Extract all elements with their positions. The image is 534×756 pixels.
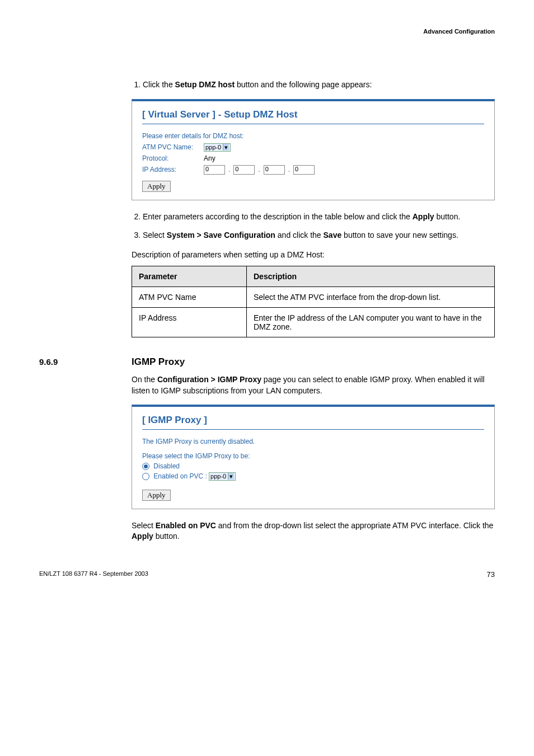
closing-c: and from the drop-down list select the a…: [216, 521, 493, 530]
step3-d: Save: [324, 231, 342, 240]
igmp-apply-button[interactable]: Apply: [142, 490, 171, 501]
igmp-title: [ IGMP Proxy ]: [142, 415, 484, 430]
step2-pre: Enter parameters according to the descri…: [143, 212, 413, 221]
chevron-down-icon: ▾: [223, 144, 229, 151]
igmp-pvc-value: ppp-0: [210, 473, 226, 480]
th-description: Description: [247, 266, 495, 287]
radio-disabled[interactable]: [142, 463, 149, 470]
ip-octet-1[interactable]: 0: [204, 165, 225, 175]
cell-ip-name: IP Address: [132, 308, 247, 337]
radio-disabled-label: Disabled: [153, 462, 180, 470]
step3-e: button to save your new settings.: [341, 231, 458, 240]
igmp-pvc-select[interactable]: ppp-0▾: [209, 472, 236, 481]
atm-pvc-value: ppp-0: [205, 144, 221, 151]
igmp-figure: [ IGMP Proxy ] The IGMP Proxy is current…: [132, 405, 495, 509]
apply-button[interactable]: Apply: [142, 181, 171, 192]
ip-octet-3[interactable]: 0: [264, 165, 285, 175]
ip-octet-4[interactable]: 0: [293, 165, 315, 175]
step3-b: System > Save Configuration: [167, 231, 275, 240]
table-row: IP Address Enter the IP address of the L…: [132, 308, 495, 337]
cell-ip-desc: Enter the IP address of the LAN computer…: [247, 308, 495, 337]
step1-pre: Click the: [143, 80, 175, 89]
igmp-paragraph: On the Configuration > IGMP Proxy page y…: [132, 374, 495, 396]
radio-enabled[interactable]: [142, 473, 149, 480]
radio-enabled-label: Enabled on PVC :: [153, 472, 207, 480]
step-1: Click the Setup DMZ host button and the …: [143, 79, 495, 91]
step1-post: button and the following page appears:: [235, 80, 372, 89]
atm-pvc-select[interactable]: ppp-0▾: [204, 143, 231, 152]
step3-c: and click the: [275, 231, 324, 240]
igmp-para-b: Configuration > IGMP Proxy: [157, 375, 261, 384]
igmp-prompt: Please select the IGMP Proxy to be:: [142, 452, 484, 460]
cell-atm-desc: Select the ATM PVC interface from the dr…: [247, 287, 495, 308]
chevron-down-icon: ▾: [228, 473, 234, 480]
dmz-figure: [ Virtual Server ] - Setup DMZ Host Plea…: [132, 99, 495, 200]
atm-pvc-label: ATM PVC Name:: [142, 143, 204, 151]
dmz-title: [ Virtual Server ] - Setup DMZ Host: [142, 109, 484, 124]
igmp-status: The IGMP Proxy is currently disabled.: [142, 438, 484, 445]
step-2: Enter parameters according to the descri…: [143, 212, 495, 223]
footer-left: EN/LZT 108 6377 R4 - September 2003: [39, 570, 148, 579]
dmz-intro: Please enter details for DMZ host:: [142, 132, 484, 140]
closing-a: Select: [132, 521, 156, 530]
table-intro: Description of parameters when setting u…: [132, 250, 495, 261]
protocol-label: Protocol:: [142, 154, 204, 162]
section-title: IGMP Proxy: [132, 356, 185, 368]
step1-bold: Setup DMZ host: [175, 80, 235, 89]
th-parameter: Parameter: [132, 266, 247, 287]
closing-e: button.: [153, 532, 180, 541]
header-category: Advanced Configuration: [39, 28, 495, 35]
page-number: 73: [487, 570, 495, 579]
step2-post: button.: [434, 212, 461, 221]
step-3: Select System > Save Configuration and c…: [143, 230, 495, 241]
section-number: 9.6.9: [39, 357, 132, 367]
cell-atm-name: ATM PVC Name: [132, 287, 247, 308]
parameter-table: Parameter Description ATM PVC Name Selec…: [132, 266, 495, 337]
closing-b: Enabled on PVC: [156, 521, 216, 530]
ip-octet-2[interactable]: 0: [233, 165, 255, 175]
protocol-value: Any: [204, 154, 216, 162]
closing-d: Apply: [132, 532, 153, 541]
closing-paragraph: Select Enabled on PVC and from the drop-…: [132, 520, 495, 542]
step3-a: Select: [143, 231, 167, 240]
ip-label: IP Address:: [142, 166, 204, 173]
step2-bold: Apply: [413, 212, 434, 221]
igmp-para-a: On the: [132, 375, 157, 384]
table-row: ATM PVC Name Select the ATM PVC interfac…: [132, 287, 495, 308]
